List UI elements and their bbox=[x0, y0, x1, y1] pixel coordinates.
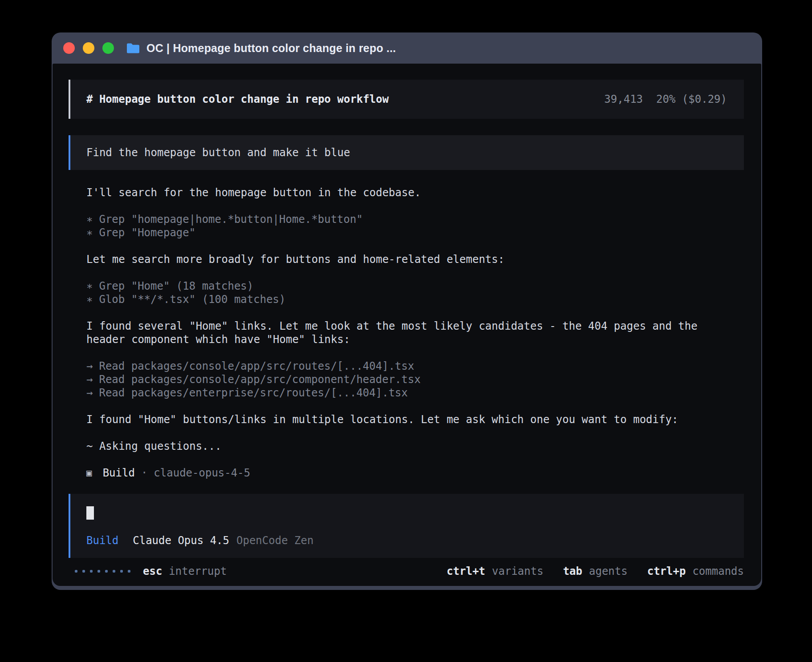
shortcut-key: ctrl+p bbox=[647, 565, 686, 578]
titlebar[interactable]: OC | Homepage button color change in rep… bbox=[52, 32, 762, 64]
token-count: 39,413 bbox=[604, 93, 643, 106]
minimize-button[interactable] bbox=[83, 42, 94, 54]
tool-call-text: Grep "Home" (18 matches) bbox=[99, 280, 253, 292]
spinner-dot bbox=[113, 570, 115, 573]
interrupt-hint: esc interrupt bbox=[143, 565, 227, 578]
shortcut-label: agents bbox=[589, 565, 628, 578]
tool-call-group: ∗Grep "Home" (18 matches) ∗Glob "**/*.ts… bbox=[86, 279, 717, 306]
assistant-text: I found several "Home" links. Let me loo… bbox=[86, 319, 717, 346]
title-group: OC | Homepage button color change in rep… bbox=[126, 42, 396, 55]
tool-call: ∗Grep "Homepage" bbox=[86, 226, 717, 239]
tool-call-text: Read packages/console/app/src/routes/[..… bbox=[99, 360, 414, 372]
text-cursor bbox=[86, 506, 94, 520]
tool-call-text: Grep "homepage|home.*button|Home.*button… bbox=[99, 213, 362, 226]
agent-model: claude-opus-4-5 bbox=[154, 466, 250, 480]
tool-call: ∗Grep "homepage|home.*button|Home.*butto… bbox=[86, 213, 717, 226]
tool-call: →Read packages/enterprise/src/routes/[..… bbox=[86, 386, 717, 400]
status-bar: esc interrupt ctrl+t variants tab agents… bbox=[69, 563, 744, 579]
session-header: # Homepage button color change in repo w… bbox=[69, 80, 744, 119]
agent-badge-icon: ▣ bbox=[86, 466, 92, 480]
spinner-dot bbox=[128, 570, 130, 573]
read-arrow-icon: → bbox=[86, 373, 93, 386]
tool-call: ∗Glob "**/*.tsx" (100 matches) bbox=[86, 293, 717, 306]
tool-call-text: Read packages/enterprise/src/routes/[...… bbox=[99, 387, 408, 399]
agent-mode-label: Build bbox=[86, 534, 118, 547]
esc-key: esc bbox=[143, 565, 162, 578]
progress-spinner bbox=[75, 570, 130, 573]
tool-call: →Read packages/console/app/src/component… bbox=[86, 373, 717, 386]
window-title: OC | Homepage button color change in rep… bbox=[146, 42, 396, 55]
spinner-dot bbox=[75, 570, 77, 573]
shortcut-key: tab bbox=[563, 565, 582, 578]
provider-label: OpenCode Zen bbox=[236, 534, 313, 547]
shortcut-key: ctrl+t bbox=[447, 565, 485, 578]
shortcut-hints: ctrl+t variants tab agents ctrl+p comman… bbox=[447, 565, 744, 578]
tool-call-text: Read packages/console/app/src/component/… bbox=[99, 373, 420, 386]
tool-call: →Read packages/console/app/src/routes/[.… bbox=[86, 359, 717, 373]
working-status: ~ Asking questions... bbox=[86, 440, 717, 453]
read-arrow-icon: → bbox=[86, 386, 93, 400]
assistant-text: I'll search for the homepage button in t… bbox=[86, 186, 717, 199]
tool-call-text: Glob "**/*.tsx" (100 matches) bbox=[99, 293, 285, 306]
shortcut-agents: tab agents bbox=[563, 565, 628, 578]
user-message: Find the homepage button and make it blu… bbox=[69, 135, 744, 170]
conversation: I'll search for the homepage button in t… bbox=[69, 170, 744, 480]
tool-call-group: ∗Grep "homepage|home.*button|Home.*butto… bbox=[86, 213, 717, 239]
agent-separator: · bbox=[141, 466, 147, 480]
tool-call-text: Grep "Homepage" bbox=[99, 226, 195, 239]
zoom-button[interactable] bbox=[102, 42, 114, 54]
shortcut-label: variants bbox=[492, 565, 544, 578]
session-title: # Homepage button color change in repo w… bbox=[86, 93, 389, 106]
shortcut-commands: ctrl+p commands bbox=[647, 565, 744, 578]
spinner-dot bbox=[120, 570, 123, 573]
assistant-text: I found "Home" buttons/links in multiple… bbox=[86, 413, 717, 426]
shortcut-label: commands bbox=[692, 565, 744, 578]
tool-bullet-icon: ∗ bbox=[86, 226, 93, 239]
tool-bullet-icon: ∗ bbox=[86, 279, 93, 293]
prompt-input[interactable]: Build Claude Opus 4.5 OpenCode Zen bbox=[69, 494, 744, 558]
model-label: Claude Opus 4.5 bbox=[133, 534, 229, 547]
close-button[interactable] bbox=[63, 42, 75, 54]
assistant-text: Let me search more broadly for buttons a… bbox=[86, 253, 717, 266]
user-message-text: Find the homepage button and make it blu… bbox=[86, 146, 350, 159]
spinner-dot bbox=[105, 570, 108, 573]
agent-row: ▣ Build · claude-opus-4-5 bbox=[86, 466, 717, 480]
read-arrow-icon: → bbox=[86, 359, 93, 373]
spinner-dot bbox=[97, 570, 100, 573]
tool-call-group: →Read packages/console/app/src/routes/[.… bbox=[86, 359, 717, 400]
tool-bullet-icon: ∗ bbox=[86, 213, 93, 226]
spinner-dot bbox=[82, 570, 85, 573]
context-cost: 20% ($0.29) bbox=[656, 93, 727, 106]
spinner-dot bbox=[90, 570, 93, 573]
terminal-window: OC | Homepage button color change in rep… bbox=[52, 32, 762, 590]
traffic-lights bbox=[63, 42, 114, 54]
shortcut-variants: ctrl+t variants bbox=[447, 565, 543, 578]
esc-label: interrupt bbox=[169, 565, 227, 578]
terminal-body: # Homepage button color change in repo w… bbox=[53, 64, 761, 586]
input-meta: Build Claude Opus 4.5 OpenCode Zen bbox=[86, 534, 728, 547]
tool-call: ∗Grep "Home" (18 matches) bbox=[86, 279, 717, 293]
folder-icon bbox=[126, 43, 140, 54]
session-stats: 39,413 20% ($0.29) bbox=[604, 93, 727, 106]
agent-name: Build bbox=[103, 466, 135, 480]
tool-bullet-icon: ∗ bbox=[86, 293, 93, 306]
